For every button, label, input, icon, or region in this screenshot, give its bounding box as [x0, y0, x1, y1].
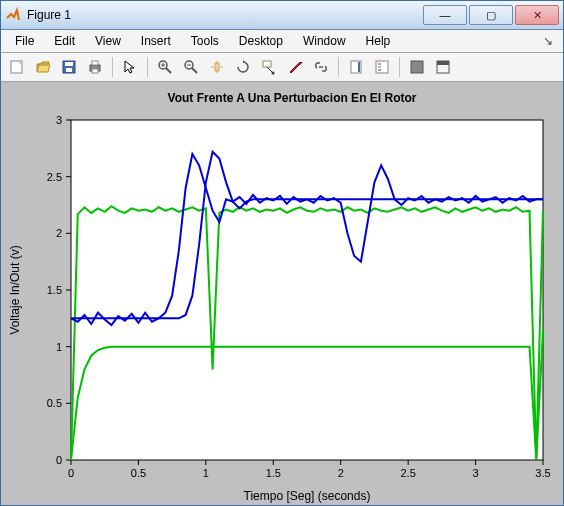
toolbar	[1, 53, 563, 82]
minimize-button[interactable]: —	[423, 5, 467, 25]
svg-rect-4	[66, 68, 72, 72]
figure-canvas[interactable]: Vout Frente A Una Perturbacion En El Rot…	[1, 82, 563, 505]
svg-text:0: 0	[56, 454, 62, 466]
svg-point-18	[272, 72, 275, 75]
rotate-icon[interactable]	[231, 55, 255, 79]
svg-text:2: 2	[338, 467, 344, 479]
svg-text:2.5: 2.5	[47, 171, 62, 183]
svg-rect-3	[65, 62, 73, 66]
svg-text:3: 3	[56, 114, 62, 126]
svg-rect-29	[437, 61, 449, 65]
svg-text:0.5: 0.5	[47, 397, 62, 409]
svg-line-13	[192, 68, 197, 73]
svg-text:Vout Frente A Una Perturbacion: Vout Frente A Una Perturbacion En El Rot…	[168, 91, 417, 105]
hide-tools-icon[interactable]	[405, 55, 429, 79]
data-cursor-icon[interactable]	[257, 55, 281, 79]
axes[interactable]: Vout Frente A Una Perturbacion En El Rot…	[1, 82, 563, 506]
new-figure-icon[interactable]	[5, 55, 29, 79]
colorbar-icon[interactable]	[344, 55, 368, 79]
svg-rect-16	[263, 61, 271, 67]
menu-edit[interactable]: Edit	[54, 34, 75, 48]
svg-text:2: 2	[56, 227, 62, 239]
menu-insert[interactable]: Insert	[141, 34, 171, 48]
dock-icon[interactable]	[431, 55, 455, 79]
menu-overflow-icon[interactable]: ↘	[543, 34, 553, 48]
brush-icon[interactable]	[283, 55, 307, 79]
close-button[interactable]: ✕	[515, 5, 559, 25]
svg-rect-30	[71, 120, 543, 460]
svg-text:3.5: 3.5	[535, 467, 550, 479]
zoom-out-icon[interactable]	[179, 55, 203, 79]
titlebar[interactable]: Figure 1 — ▢ ✕	[1, 1, 563, 30]
svg-text:Tiempo [Seg] (seconds): Tiempo [Seg] (seconds)	[244, 489, 371, 503]
svg-text:2.5: 2.5	[400, 467, 415, 479]
open-icon[interactable]	[31, 55, 55, 79]
menu-tools[interactable]: Tools	[191, 34, 219, 48]
save-icon[interactable]	[57, 55, 81, 79]
svg-line-9	[166, 68, 171, 73]
svg-text:1.5: 1.5	[47, 284, 62, 296]
svg-rect-27	[411, 61, 423, 73]
pointer-icon[interactable]	[118, 55, 142, 79]
menu-file[interactable]: File	[15, 34, 34, 48]
matlab-icon	[5, 7, 21, 23]
svg-text:0.5: 0.5	[131, 467, 146, 479]
svg-text:0: 0	[68, 467, 74, 479]
legend-icon[interactable]	[370, 55, 394, 79]
svg-rect-6	[92, 61, 98, 65]
svg-marker-19	[300, 62, 303, 65]
svg-text:1.5: 1.5	[266, 467, 281, 479]
zoom-in-icon[interactable]	[153, 55, 177, 79]
menubar: File Edit View Insert Tools Desktop Wind…	[1, 30, 563, 53]
link-icon[interactable]	[309, 55, 333, 79]
svg-rect-7	[92, 69, 98, 73]
print-icon[interactable]	[83, 55, 107, 79]
maximize-button[interactable]: ▢	[469, 5, 513, 25]
figure-window: Figure 1 — ▢ ✕ File Edit View Insert Too…	[0, 0, 564, 506]
pan-icon[interactable]	[205, 55, 229, 79]
svg-rect-22	[358, 62, 360, 72]
menu-window[interactable]: Window	[303, 34, 346, 48]
svg-text:1: 1	[203, 467, 209, 479]
svg-text:3: 3	[473, 467, 479, 479]
menu-help[interactable]: Help	[366, 34, 391, 48]
svg-text:Voltaje In/Out (v): Voltaje In/Out (v)	[8, 245, 22, 334]
menu-desktop[interactable]: Desktop	[239, 34, 283, 48]
svg-rect-23	[376, 61, 388, 73]
menu-view[interactable]: View	[95, 34, 121, 48]
svg-text:1: 1	[56, 341, 62, 353]
window-title: Figure 1	[27, 8, 71, 22]
